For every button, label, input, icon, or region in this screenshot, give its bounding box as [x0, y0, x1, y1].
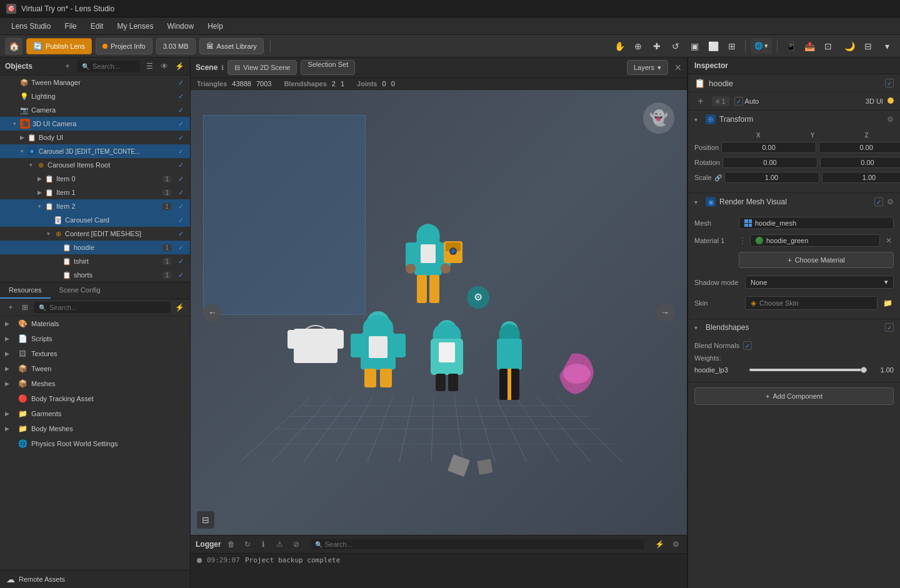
material-remove-button[interactable]: ✕: [884, 236, 894, 246]
logger-reload-icon[interactable]: ↻: [241, 538, 254, 551]
camera-check[interactable]: ✓: [176, 106, 185, 114]
auto-checkbox[interactable]: ✓: [734, 97, 743, 106]
rotation-y-input[interactable]: [820, 157, 900, 168]
logger-warn-icon[interactable]: ⚠: [274, 538, 286, 551]
resource-item-scripts[interactable]: ▶ 📄 Scripts: [0, 331, 190, 346]
logger-info-icon[interactable]: ℹ: [258, 538, 270, 551]
resource-item-tween[interactable]: ▶ 📦 Tween: [0, 361, 190, 376]
item0-check[interactable]: ✓: [176, 174, 185, 183]
position-x-input[interactable]: [721, 142, 816, 153]
render-mesh-enabled-checkbox[interactable]: ✓: [874, 197, 883, 206]
chevron-down-icon[interactable]: ▾: [879, 38, 895, 54]
tree-item-tshirt[interactable]: 📋 tshirt 1 ✓: [0, 254, 190, 268]
objects-list-icon[interactable]: ☰: [144, 61, 155, 72]
tween-check[interactable]: ✓: [176, 78, 185, 87]
skin-folder-icon[interactable]: 📁: [881, 297, 894, 309]
resource-item-textures[interactable]: ▶ 🖼 Textures: [0, 346, 190, 361]
menu-my-lenses[interactable]: My Lenses: [111, 20, 159, 32]
moon-icon[interactable]: 🌙: [841, 38, 858, 54]
rotate-icon[interactable]: ↺: [668, 38, 684, 54]
home-button[interactable]: 🏠: [5, 37, 22, 55]
logger-search-input[interactable]: [325, 541, 641, 548]
tree-item-carousel-root[interactable]: ▾ ⊕ Carousel Items Root ✓: [0, 158, 190, 172]
inspector-layers-button[interactable]: ≡ 1: [712, 96, 729, 106]
resource-item-materials[interactable]: ▶ 🎨 Materials: [0, 316, 190, 331]
snap-icon[interactable]: ⊞: [724, 38, 740, 54]
add-component-button[interactable]: + Add Component: [694, 387, 894, 405]
viewport-nav-right[interactable]: →: [656, 303, 674, 322]
tree-item-3dui-camera[interactable]: ▾ 🎥 3D UI Camera ✓: [0, 117, 190, 131]
crosshair-icon[interactable]: ⊕: [630, 38, 646, 54]
scene-info-icon[interactable]: ℹ: [221, 64, 224, 72]
position-y-input[interactable]: [819, 142, 900, 153]
selection-set-button[interactable]: Selection Set: [301, 60, 355, 75]
mesh-value-button[interactable]: hoodie_mesh: [739, 217, 894, 229]
objects-filter-icon[interactable]: ⚡: [174, 61, 185, 72]
content-meshes-check[interactable]: ✓: [176, 229, 185, 238]
menu-lens-studio[interactable]: Lens Studio: [5, 20, 57, 32]
resource-item-body-tracking[interactable]: 🔴 Body Tracking Asset: [0, 391, 190, 406]
tab-scene-config[interactable]: Scene Config: [51, 282, 109, 299]
carousel-root-check[interactable]: ✓: [176, 161, 185, 169]
skin-value-button[interactable]: ◈ Choose Skin: [745, 296, 878, 310]
scale-link-icon[interactable]: 🔗: [714, 173, 722, 182]
tree-item-hoodie[interactable]: 📋 hoodie 1 ✓: [0, 241, 190, 254]
devices-icon[interactable]: 📱: [782, 38, 799, 54]
carousel3d-check[interactable]: ✓: [176, 147, 185, 156]
carousel-card-check[interactable]: ✓: [176, 216, 185, 224]
tree-item-item1[interactable]: ▶ 📋 Item 1 1 ✓: [0, 186, 190, 199]
inspector-add-button[interactable]: +: [694, 95, 707, 107]
hoodie-check[interactable]: ✓: [176, 243, 185, 252]
shorts-check[interactable]: ✓: [176, 271, 185, 279]
transform-icon[interactable]: ⬜: [705, 38, 721, 54]
choose-material-button[interactable]: + Choose Material: [739, 252, 894, 268]
weight-slider[interactable]: [749, 369, 867, 371]
render-mesh-settings-icon[interactable]: ⚙: [887, 197, 894, 206]
resources-grid-icon[interactable]: ⊞: [19, 302, 31, 313]
logger-error-icon[interactable]: ⊘: [290, 538, 302, 551]
asset-library-button[interactable]: 🏛 Asset Library: [199, 38, 264, 54]
blendshapes-enabled-checkbox[interactable]: ✓: [885, 323, 894, 332]
scale-x-input[interactable]: [724, 172, 819, 183]
rotation-x-input[interactable]: [722, 157, 818, 168]
body-ui-check[interactable]: ✓: [176, 133, 185, 142]
layout-icon[interactable]: ⊟: [860, 38, 876, 54]
render-mesh-header[interactable]: ▾ ▣ Render Mesh Visual ✓ ⚙: [688, 193, 900, 211]
transform-settings-icon[interactable]: ⚙: [887, 115, 894, 124]
move-icon[interactable]: ✚: [649, 38, 665, 54]
screen-icon[interactable]: ▣: [686, 38, 702, 54]
send-icon[interactable]: 📤: [801, 38, 818, 54]
logger-clear-icon[interactable]: 🗑: [225, 538, 238, 551]
viewport-nav-left[interactable]: ←: [203, 303, 222, 322]
resources-filter-icon[interactable]: ⚡: [174, 302, 185, 313]
tree-item-lighting[interactable]: 💡 Lighting ✓: [0, 89, 190, 103]
resource-item-garments[interactable]: ▶ 📁 Garments: [0, 406, 190, 421]
resource-item-body-meshes[interactable]: ▶ 📁 Body Meshes: [0, 421, 190, 436]
transform-header[interactable]: ▾ ⊕ Transform ⚙: [688, 111, 900, 128]
drag-handle-icon[interactable]: ⋮: [739, 236, 746, 245]
project-info-button[interactable]: Project Info: [96, 38, 152, 54]
3dui-camera-check[interactable]: ✓: [176, 119, 185, 128]
logger-filter-icon[interactable]: ⚡: [653, 538, 666, 551]
tree-item-tween-manager[interactable]: 📦 Tween Manager ✓: [0, 76, 190, 89]
tree-item-item2[interactable]: ▾ 📋 Item 2 1 ✓: [0, 199, 190, 213]
tree-item-shorts[interactable]: 📋 shorts 1 ✓: [0, 268, 190, 282]
objects-search-input[interactable]: [92, 62, 135, 70]
objects-add-icon[interactable]: +: [62, 61, 73, 72]
object-name-input[interactable]: [709, 79, 881, 88]
logger-settings-icon[interactable]: ⚙: [669, 538, 682, 551]
vr-icon[interactable]: ⊡: [820, 38, 836, 54]
scene-close-button[interactable]: ✕: [674, 62, 682, 72]
item2-check[interactable]: ✓: [176, 202, 185, 211]
objects-eye-icon[interactable]: 👁: [159, 61, 170, 72]
resources-add-icon[interactable]: +: [5, 302, 16, 313]
tree-item-carousel-card[interactable]: 🃏 Carousel Card ✓: [0, 213, 190, 227]
globe-button[interactable]: 🌐 ▾: [751, 38, 772, 54]
shadow-mode-select[interactable]: None ▾: [745, 276, 894, 289]
hand-tool-icon[interactable]: ✋: [611, 38, 628, 54]
scale-y-input[interactable]: [822, 172, 900, 183]
resource-item-meshes[interactable]: ▶ 📦 Meshes: [0, 376, 190, 391]
viewport[interactable]: ← → 👻: [191, 90, 687, 535]
tree-item-carousel3d[interactable]: ▾ ■ Carousel 3D [EDIT_ITEM_CONTE... ✓: [0, 144, 190, 158]
menu-window[interactable]: Window: [161, 20, 200, 32]
